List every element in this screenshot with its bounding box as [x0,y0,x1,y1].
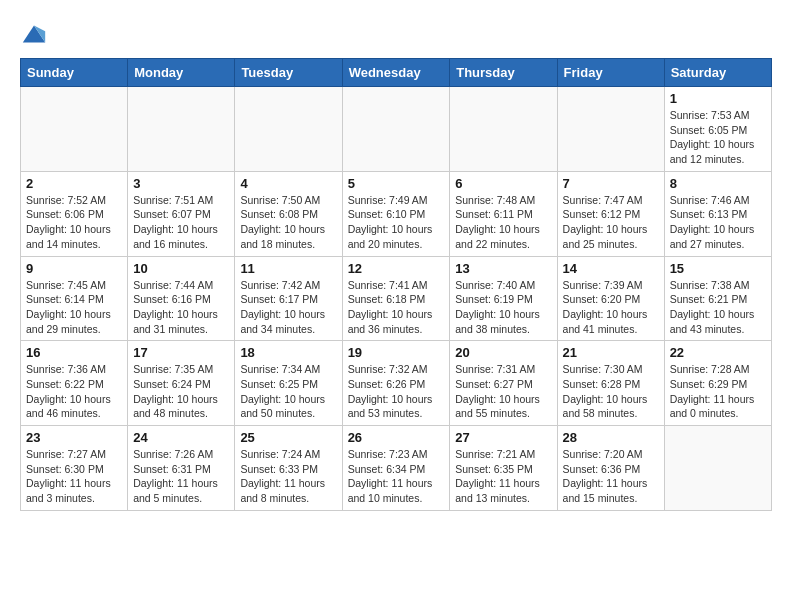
col-header-sunday: Sunday [21,59,128,87]
calendar-cell: 22Sunrise: 7:28 AM Sunset: 6:29 PM Dayli… [664,341,771,426]
calendar-cell [342,87,450,172]
day-number: 9 [26,261,122,276]
day-info: Sunrise: 7:49 AM Sunset: 6:10 PM Dayligh… [348,193,445,252]
calendar-cell [21,87,128,172]
calendar-cell: 23Sunrise: 7:27 AM Sunset: 6:30 PM Dayli… [21,426,128,511]
calendar-cell: 26Sunrise: 7:23 AM Sunset: 6:34 PM Dayli… [342,426,450,511]
day-number: 1 [670,91,766,106]
col-header-thursday: Thursday [450,59,557,87]
day-number: 17 [133,345,229,360]
day-info: Sunrise: 7:44 AM Sunset: 6:16 PM Dayligh… [133,278,229,337]
calendar-cell: 19Sunrise: 7:32 AM Sunset: 6:26 PM Dayli… [342,341,450,426]
day-info: Sunrise: 7:40 AM Sunset: 6:19 PM Dayligh… [455,278,551,337]
day-number: 22 [670,345,766,360]
calendar-cell: 24Sunrise: 7:26 AM Sunset: 6:31 PM Dayli… [128,426,235,511]
day-number: 26 [348,430,445,445]
col-header-wednesday: Wednesday [342,59,450,87]
calendar-cell: 16Sunrise: 7:36 AM Sunset: 6:22 PM Dayli… [21,341,128,426]
calendar-week-row: 23Sunrise: 7:27 AM Sunset: 6:30 PM Dayli… [21,426,772,511]
day-number: 23 [26,430,122,445]
day-number: 28 [563,430,659,445]
calendar-cell [450,87,557,172]
day-number: 4 [240,176,336,191]
calendar-cell: 13Sunrise: 7:40 AM Sunset: 6:19 PM Dayli… [450,256,557,341]
day-info: Sunrise: 7:51 AM Sunset: 6:07 PM Dayligh… [133,193,229,252]
calendar-cell: 27Sunrise: 7:21 AM Sunset: 6:35 PM Dayli… [450,426,557,511]
day-info: Sunrise: 7:52 AM Sunset: 6:06 PM Dayligh… [26,193,122,252]
day-number: 18 [240,345,336,360]
day-info: Sunrise: 7:24 AM Sunset: 6:33 PM Dayligh… [240,447,336,506]
day-info: Sunrise: 7:32 AM Sunset: 6:26 PM Dayligh… [348,362,445,421]
day-number: 19 [348,345,445,360]
day-number: 2 [26,176,122,191]
day-number: 12 [348,261,445,276]
day-number: 14 [563,261,659,276]
day-info: Sunrise: 7:35 AM Sunset: 6:24 PM Dayligh… [133,362,229,421]
col-header-friday: Friday [557,59,664,87]
day-info: Sunrise: 7:36 AM Sunset: 6:22 PM Dayligh… [26,362,122,421]
day-number: 3 [133,176,229,191]
day-info: Sunrise: 7:41 AM Sunset: 6:18 PM Dayligh… [348,278,445,337]
day-number: 27 [455,430,551,445]
day-number: 24 [133,430,229,445]
day-info: Sunrise: 7:31 AM Sunset: 6:27 PM Dayligh… [455,362,551,421]
calendar-cell: 2Sunrise: 7:52 AM Sunset: 6:06 PM Daylig… [21,171,128,256]
calendar-cell: 14Sunrise: 7:39 AM Sunset: 6:20 PM Dayli… [557,256,664,341]
calendar-cell: 17Sunrise: 7:35 AM Sunset: 6:24 PM Dayli… [128,341,235,426]
logo-icon [20,20,48,48]
day-number: 8 [670,176,766,191]
calendar-cell: 4Sunrise: 7:50 AM Sunset: 6:08 PM Daylig… [235,171,342,256]
calendar-cell [235,87,342,172]
logo [20,20,52,48]
calendar-week-row: 1Sunrise: 7:53 AM Sunset: 6:05 PM Daylig… [21,87,772,172]
calendar: SundayMondayTuesdayWednesdayThursdayFrid… [20,58,772,511]
calendar-cell: 7Sunrise: 7:47 AM Sunset: 6:12 PM Daylig… [557,171,664,256]
calendar-cell: 11Sunrise: 7:42 AM Sunset: 6:17 PM Dayli… [235,256,342,341]
calendar-cell: 9Sunrise: 7:45 AM Sunset: 6:14 PM Daylig… [21,256,128,341]
day-info: Sunrise: 7:45 AM Sunset: 6:14 PM Dayligh… [26,278,122,337]
day-info: Sunrise: 7:30 AM Sunset: 6:28 PM Dayligh… [563,362,659,421]
day-info: Sunrise: 7:46 AM Sunset: 6:13 PM Dayligh… [670,193,766,252]
day-info: Sunrise: 7:28 AM Sunset: 6:29 PM Dayligh… [670,362,766,421]
day-number: 11 [240,261,336,276]
calendar-week-row: 16Sunrise: 7:36 AM Sunset: 6:22 PM Dayli… [21,341,772,426]
day-number: 6 [455,176,551,191]
calendar-cell: 20Sunrise: 7:31 AM Sunset: 6:27 PM Dayli… [450,341,557,426]
day-number: 16 [26,345,122,360]
calendar-cell: 10Sunrise: 7:44 AM Sunset: 6:16 PM Dayli… [128,256,235,341]
day-info: Sunrise: 7:26 AM Sunset: 6:31 PM Dayligh… [133,447,229,506]
calendar-week-row: 9Sunrise: 7:45 AM Sunset: 6:14 PM Daylig… [21,256,772,341]
calendar-cell: 12Sunrise: 7:41 AM Sunset: 6:18 PM Dayli… [342,256,450,341]
day-info: Sunrise: 7:50 AM Sunset: 6:08 PM Dayligh… [240,193,336,252]
calendar-cell [128,87,235,172]
col-header-tuesday: Tuesday [235,59,342,87]
calendar-cell: 25Sunrise: 7:24 AM Sunset: 6:33 PM Dayli… [235,426,342,511]
day-info: Sunrise: 7:48 AM Sunset: 6:11 PM Dayligh… [455,193,551,252]
col-header-monday: Monday [128,59,235,87]
day-number: 25 [240,430,336,445]
calendar-cell: 18Sunrise: 7:34 AM Sunset: 6:25 PM Dayli… [235,341,342,426]
header [20,20,772,48]
day-info: Sunrise: 7:34 AM Sunset: 6:25 PM Dayligh… [240,362,336,421]
calendar-cell [557,87,664,172]
day-info: Sunrise: 7:21 AM Sunset: 6:35 PM Dayligh… [455,447,551,506]
calendar-header-row: SundayMondayTuesdayWednesdayThursdayFrid… [21,59,772,87]
day-number: 15 [670,261,766,276]
calendar-cell: 8Sunrise: 7:46 AM Sunset: 6:13 PM Daylig… [664,171,771,256]
calendar-cell: 6Sunrise: 7:48 AM Sunset: 6:11 PM Daylig… [450,171,557,256]
calendar-cell: 15Sunrise: 7:38 AM Sunset: 6:21 PM Dayli… [664,256,771,341]
day-number: 7 [563,176,659,191]
day-info: Sunrise: 7:20 AM Sunset: 6:36 PM Dayligh… [563,447,659,506]
calendar-cell: 3Sunrise: 7:51 AM Sunset: 6:07 PM Daylig… [128,171,235,256]
calendar-week-row: 2Sunrise: 7:52 AM Sunset: 6:06 PM Daylig… [21,171,772,256]
col-header-saturday: Saturday [664,59,771,87]
day-info: Sunrise: 7:23 AM Sunset: 6:34 PM Dayligh… [348,447,445,506]
day-info: Sunrise: 7:47 AM Sunset: 6:12 PM Dayligh… [563,193,659,252]
calendar-cell: 1Sunrise: 7:53 AM Sunset: 6:05 PM Daylig… [664,87,771,172]
day-number: 5 [348,176,445,191]
day-number: 20 [455,345,551,360]
day-info: Sunrise: 7:38 AM Sunset: 6:21 PM Dayligh… [670,278,766,337]
day-info: Sunrise: 7:53 AM Sunset: 6:05 PM Dayligh… [670,108,766,167]
day-info: Sunrise: 7:42 AM Sunset: 6:17 PM Dayligh… [240,278,336,337]
calendar-cell [664,426,771,511]
